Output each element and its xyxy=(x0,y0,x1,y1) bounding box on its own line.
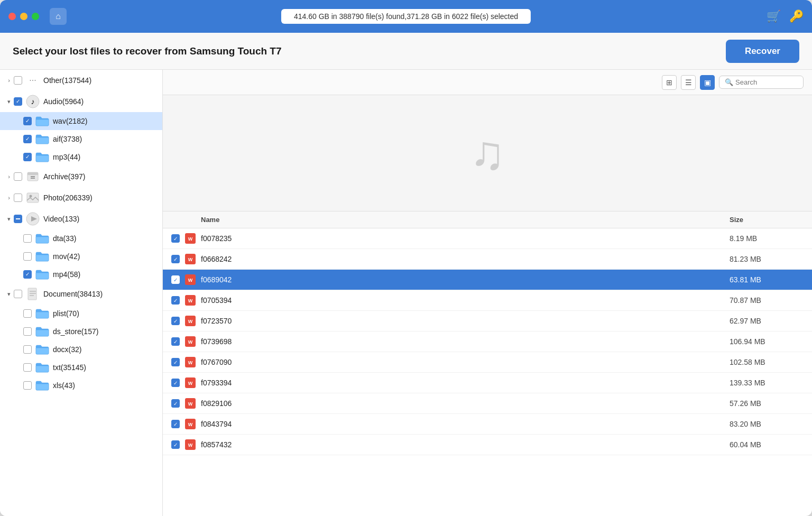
checkbox-video[interactable] xyxy=(14,215,22,223)
folder-icon-dta xyxy=(35,233,50,244)
grid-icon: ⊞ xyxy=(666,78,672,87)
sidebar-item-plist[interactable]: plist(70) xyxy=(0,305,162,322)
fullscreen-button[interactable] xyxy=(32,13,39,20)
sidebar-item-aif[interactable]: aif(3738) xyxy=(0,130,162,148)
file-name: f0843794 xyxy=(201,420,730,428)
folder-icon-xls xyxy=(35,380,50,391)
sidebar-item-ds_store[interactable]: ds_store(157) xyxy=(0,322,162,340)
sidebar-item-mp3[interactable]: mp3(44) xyxy=(0,148,162,166)
file-checkbox-f0078235[interactable] xyxy=(171,234,180,243)
sidebar-item-video[interactable]: ▾Video(133) xyxy=(0,208,162,229)
svg-text:W: W xyxy=(188,236,193,242)
file-checkbox-f0843794[interactable] xyxy=(171,420,180,428)
main-window: ⌂ 414.60 GB in 388790 file(s) found,371.… xyxy=(0,0,812,516)
sidebar-item-wav[interactable]: wav(2182) xyxy=(0,112,162,130)
chevron-document-icon[interactable]: ▾ xyxy=(4,291,14,298)
sidebar-item-txt[interactable]: txt(35145) xyxy=(0,358,162,376)
folder-icon-mov xyxy=(35,251,50,262)
table-row[interactable]: Wf084379483.20 MB xyxy=(163,414,812,435)
chevron-video-icon[interactable]: ▾ xyxy=(4,216,14,223)
checkbox-wav[interactable] xyxy=(23,117,32,125)
table-row[interactable]: Wf085743260.04 MB xyxy=(163,435,812,455)
checkbox-document[interactable] xyxy=(14,290,22,298)
file-name: f0793394 xyxy=(201,379,730,387)
chevron-audio-icon[interactable]: ▾ xyxy=(4,98,14,105)
sidebar-item-docx[interactable]: docx(32) xyxy=(0,340,162,358)
sidebar-label-aif: aif(3738) xyxy=(53,135,82,143)
sidebar-label-txt: txt(35145) xyxy=(53,363,86,372)
titlebar-actions: 🛒 🔑 xyxy=(767,10,804,23)
svg-rect-10 xyxy=(28,288,36,300)
table-row[interactable]: Wf072357062.97 MB xyxy=(163,311,812,331)
chevron-photo-icon[interactable]: › xyxy=(4,195,14,201)
svg-rect-6 xyxy=(27,193,39,202)
search-input[interactable] xyxy=(735,78,799,86)
file-checkbox-f0829106[interactable] xyxy=(171,399,180,408)
minimize-button[interactable] xyxy=(20,13,27,20)
sidebar-item-mp4[interactable]: mp4(58) xyxy=(0,265,162,283)
sidebar-item-dta[interactable]: dta(33) xyxy=(0,229,162,247)
file-name: f0767090 xyxy=(201,358,730,366)
table-row[interactable]: Wf0739698106.94 MB xyxy=(163,331,812,352)
file-checkbox-f0767090[interactable] xyxy=(171,358,180,366)
checkbox-docx[interactable] xyxy=(23,345,32,354)
preview-view-button[interactable]: ▣ xyxy=(700,75,715,90)
cart-icon[interactable]: 🛒 xyxy=(767,10,781,23)
sidebar-item-document[interactable]: ▾Document(38413) xyxy=(0,283,162,305)
checkbox-plist[interactable] xyxy=(23,309,32,318)
checkbox-archive[interactable] xyxy=(14,172,22,181)
search-box[interactable]: 🔍 xyxy=(719,76,804,89)
file-type-icon: W xyxy=(185,377,196,388)
table-row[interactable]: Wf00782358.19 MB xyxy=(163,228,812,249)
chevron-archive-icon[interactable]: › xyxy=(4,173,14,180)
file-name: f0723570 xyxy=(201,317,730,325)
checkbox-mp3[interactable] xyxy=(23,153,32,161)
sidebar-label-docx: docx(32) xyxy=(53,345,81,354)
file-size: 83.20 MB xyxy=(730,420,804,428)
checkbox-dta[interactable] xyxy=(23,234,32,243)
file-checkbox-f0668242[interactable] xyxy=(171,255,180,263)
svg-text:W: W xyxy=(188,360,193,365)
file-checkbox-f0723570[interactable] xyxy=(171,317,180,325)
grid-view-button[interactable]: ⊞ xyxy=(662,75,677,90)
checkbox-xls[interactable] xyxy=(23,381,32,390)
headerbar: Select your lost files to recover from S… xyxy=(0,33,812,70)
checkbox-audio[interactable] xyxy=(14,97,22,106)
sidebar-item-other[interactable]: ›···Other(137544) xyxy=(0,70,162,91)
recover-button[interactable]: Recover xyxy=(726,40,799,63)
checkbox-other[interactable] xyxy=(14,76,22,85)
checkbox-mp4[interactable] xyxy=(23,270,32,279)
file-checkbox-f0793394[interactable] xyxy=(171,379,180,387)
sidebar-item-audio[interactable]: ▾♪Audio(5964) xyxy=(0,91,162,112)
table-row[interactable]: Wf0793394139.33 MB xyxy=(163,373,812,393)
category-icon-video xyxy=(25,211,40,226)
file-checkbox-f0739698[interactable] xyxy=(171,337,180,346)
file-type-icon: W xyxy=(185,233,196,244)
sidebar-item-xls[interactable]: xls(43) xyxy=(0,376,162,394)
file-checkbox-f0689042[interactable] xyxy=(171,275,180,284)
list-view-button[interactable]: ☰ xyxy=(681,75,696,90)
checkbox-mov[interactable] xyxy=(23,252,32,261)
checkbox-ds_store[interactable] xyxy=(23,327,32,336)
table-row[interactable]: Wf068904263.81 MB xyxy=(163,270,812,290)
table-row[interactable]: Wf066824281.23 MB xyxy=(163,249,812,270)
sidebar-item-mov[interactable]: mov(42) xyxy=(0,247,162,265)
table-row[interactable]: Wf070539470.87 MB xyxy=(163,290,812,311)
checkbox-photo[interactable] xyxy=(14,194,22,202)
right-toolbar: ⊞ ☰ ▣ 🔍 xyxy=(163,70,812,95)
key-icon[interactable]: 🔑 xyxy=(789,10,804,23)
checkbox-aif[interactable] xyxy=(23,135,32,143)
table-row[interactable]: Wf0767090102.58 MB xyxy=(163,352,812,373)
table-row[interactable]: Wf082910657.26 MB xyxy=(163,393,812,414)
folder-icon-ds_store xyxy=(35,326,50,337)
svg-text:W: W xyxy=(188,339,193,345)
close-button[interactable] xyxy=(8,13,16,20)
file-checkbox-f0705394[interactable] xyxy=(171,296,180,305)
sidebar-item-photo[interactable]: ›Photo(206339) xyxy=(0,187,162,208)
file-checkbox-f0857432[interactable] xyxy=(171,440,180,449)
file-size: 62.97 MB xyxy=(730,317,804,325)
home-button[interactable]: ⌂ xyxy=(50,8,67,25)
checkbox-txt[interactable] xyxy=(23,363,32,372)
chevron-other-icon[interactable]: › xyxy=(4,77,14,84)
sidebar-item-archive[interactable]: ›Archive(397) xyxy=(0,166,162,187)
